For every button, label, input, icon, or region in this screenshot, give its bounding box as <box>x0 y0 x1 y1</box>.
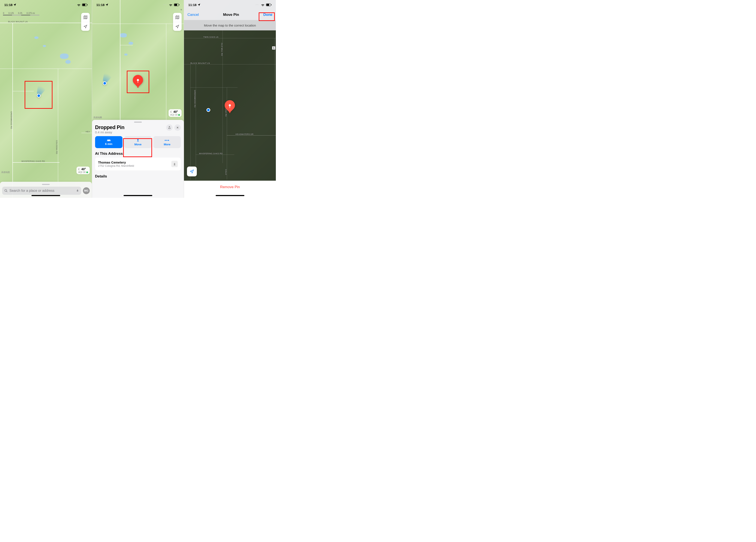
road-label-whispering: WHISPERING OAKS RD <box>21 160 45 162</box>
instruction-bar: Move the map to the correct location <box>184 20 276 30</box>
sheet-grabber[interactable] <box>42 184 50 185</box>
svg-rect-6 <box>179 4 179 5</box>
section-details: Details <box>95 174 181 179</box>
screen-dropped-pin: N 11:18 ···· 高 <box>92 0 184 198</box>
location-services-icon <box>105 3 108 6</box>
battery-icon <box>174 3 179 6</box>
wifi-icon <box>77 3 81 6</box>
close-button[interactable] <box>174 124 181 131</box>
cemetery-icon <box>171 161 178 167</box>
road-label-colo-bottom: COLO <box>225 169 227 175</box>
pin-subtitle: 0.4 mi away <box>95 130 165 134</box>
status-dots: ···· <box>255 4 259 6</box>
home-indicator[interactable] <box>31 195 60 196</box>
microphone-icon[interactable] <box>76 189 79 193</box>
road-label-greenwood: GREENWOOD RD <box>10 111 12 129</box>
locate-me-button[interactable] <box>173 22 182 31</box>
road-label-black-walnut: BLACK WALNUT LN <box>190 62 210 64</box>
dropped-pin-sheet[interactable]: Dropped Pin 0.4 mi away 6 min Move ••• M… <box>92 120 184 198</box>
user-heading-cone <box>34 82 48 96</box>
move-pin-icon <box>136 139 140 142</box>
sheet-grabber[interactable] <box>134 122 142 123</box>
status-dots: ···· <box>163 4 167 6</box>
address-name: Thomas Cemetery <box>98 161 169 164</box>
locate-me-button[interactable] <box>81 22 90 31</box>
location-arrow-icon <box>84 25 87 28</box>
status-bar: 11:18 ···· <box>92 0 184 9</box>
user-location-dot <box>37 94 41 98</box>
svg-rect-1 <box>82 4 85 6</box>
weather-chip[interactable]: ☾ 40° AQI 30 <box>76 167 90 174</box>
wifi-icon <box>169 3 173 6</box>
status-time: 11:18 <box>4 3 12 7</box>
share-button[interactable] <box>166 124 173 131</box>
locate-me-button[interactable] <box>187 167 197 176</box>
search-placeholder: Search for a place or address <box>9 189 54 193</box>
map-controls <box>81 13 90 31</box>
location-services-icon <box>13 3 16 6</box>
map-marker-g: G <box>272 46 275 50</box>
status-bar: 11:18 ···· <box>184 0 276 9</box>
road-label-hea: HEA <box>86 131 90 133</box>
profile-avatar[interactable]: MG <box>83 187 90 194</box>
svg-rect-2 <box>87 4 87 5</box>
home-indicator[interactable] <box>216 195 244 196</box>
search-input[interactable]: Search for a place or address <box>2 187 81 195</box>
pin-title: Dropped Pin <box>95 124 165 130</box>
location-arrow-icon <box>175 25 179 28</box>
map-icon <box>175 15 179 19</box>
ellipsis-icon: ••• <box>165 139 170 142</box>
nav-title: Move Pin <box>223 13 239 17</box>
map-mode-button[interactable] <box>173 13 182 22</box>
map-attribution: 高德地图 <box>1 171 10 174</box>
road-label-whispering: WHISPERING OAKS RD <box>199 153 223 155</box>
road-label-old-mill: OLD MILL RD <box>221 43 223 56</box>
road-label-cologna: COLOGNA RD <box>56 140 58 154</box>
address-line: 2752 Cologna Rd, Marshfield <box>98 164 169 167</box>
section-at-this-address: At This Address <box>95 152 181 156</box>
map-mode-button[interactable] <box>81 13 90 22</box>
nav-bar: Cancel Move Pin Done <box>184 9 276 20</box>
screen-move-pin: TWIN OAKS LN OLD MILL RD BLACK WALNUT LN… <box>184 0 276 198</box>
map-icon <box>83 15 88 19</box>
battery-icon <box>266 3 272 6</box>
directions-button[interactable]: 6 min <box>95 136 123 148</box>
map-controls <box>173 13 182 31</box>
car-icon <box>106 139 111 142</box>
road-label-headwaters: HEADWATERS DR <box>235 133 254 135</box>
done-button[interactable]: Done <box>263 13 273 17</box>
map-attribution: 高德地圖 <box>93 116 102 119</box>
user-location-dot <box>206 108 210 112</box>
location-services-icon <box>197 3 200 6</box>
search-icon <box>4 189 8 193</box>
user-heading-cone <box>100 70 114 84</box>
wifi-icon <box>261 3 265 6</box>
screen-map-with-location: BLACK WALNUT LN GREENWOOD RD COLOGNA RD … <box>0 0 92 198</box>
svg-rect-9 <box>266 4 269 6</box>
road-label-greenwood: GREENWOOD RD <box>194 90 196 108</box>
battery-icon <box>82 3 88 6</box>
svg-rect-10 <box>271 4 272 5</box>
close-icon <box>176 126 179 129</box>
dropped-pin-marker[interactable] <box>225 100 235 113</box>
location-arrow-icon <box>190 169 194 174</box>
status-time: 11:18 <box>96 3 105 7</box>
move-pin-button[interactable]: Move <box>124 136 152 148</box>
weather-chip[interactable]: ☾ 40° AQI 30 <box>169 109 182 117</box>
more-button[interactable]: ••• More <box>153 136 181 148</box>
road-label-black-walnut: BLACK WALNUT LN <box>8 21 28 23</box>
map-canvas[interactable]: N <box>92 0 184 123</box>
status-bar: 11:18 ···· <box>0 0 92 9</box>
home-indicator[interactable] <box>124 195 152 196</box>
status-dots: ···· <box>72 4 75 6</box>
user-location-dot <box>103 81 107 85</box>
svg-point-7 <box>137 139 139 140</box>
dropped-pin-marker[interactable] <box>133 75 143 88</box>
address-card[interactable]: Thomas Cemetery 2752 Cologna Rd, Marshfi… <box>95 158 181 170</box>
share-icon <box>168 126 171 129</box>
svg-rect-5 <box>174 4 177 6</box>
status-time: 11:18 <box>188 3 196 7</box>
cancel-button[interactable]: Cancel <box>187 13 199 17</box>
map-scale: 0 0.125 0.25 0.375 mi <box>3 12 39 15</box>
road-label-twin-oaks: TWIN OAKS LN <box>203 36 218 38</box>
